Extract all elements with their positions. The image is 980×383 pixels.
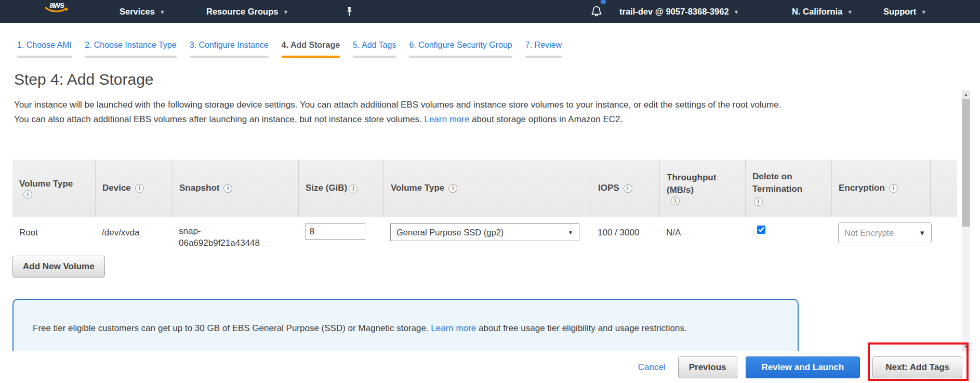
info-icon[interactable]: i <box>754 197 763 206</box>
chevron-down-icon: ▼ <box>160 8 165 15</box>
volume-type-select[interactable]: General Purpose SSD (gp2) ▼ <box>390 223 579 241</box>
column-header-delete-on-termination: Delete on Terminationi <box>745 160 831 217</box>
tab-configure-security-group[interactable]: 6. Configure Security Group <box>406 41 514 58</box>
support-label: Support <box>883 7 916 17</box>
info-icon[interactable]: i <box>448 184 457 193</box>
volume-type-selected-option: General Purpose SSD (gp2) <box>396 228 504 237</box>
free-tier-text: about free usage tier eligibility and us… <box>479 323 687 333</box>
cell-size <box>298 223 383 254</box>
column-header-volume-type: Volume Typei <box>12 160 95 217</box>
next-add-tags-button[interactable]: Next: Add Tags <box>872 356 962 378</box>
account-menu[interactable]: trail-dev @ 9057-8368-3962 ▼ <box>619 0 739 23</box>
select-caret-icon: ▼ <box>568 230 573 235</box>
bell-icon <box>590 5 603 18</box>
resource-groups-menu[interactable]: Resource Groups ▼ <box>206 0 288 23</box>
column-header-size: Size (GiB)i <box>298 160 383 217</box>
region-menu[interactable]: N. California ▼ <box>792 0 853 23</box>
column-header-spacer <box>930 160 957 217</box>
scroll-up-icon[interactable]: ▲ <box>962 90 970 99</box>
column-header-snapshot: Snapshoti <box>172 160 298 217</box>
column-header-iops: IOPSi <box>591 160 659 217</box>
column-header-device: Devicei <box>95 160 172 217</box>
tab-underline <box>17 56 72 58</box>
notification-dot <box>601 0 606 4</box>
encryption-selected-option: Not Encrypte <box>844 228 894 238</box>
cell-encryption: Not Encrypte ▼ <box>831 223 930 254</box>
cancel-link[interactable]: Cancel <box>638 362 666 373</box>
tab-underline-active <box>282 56 340 58</box>
services-label: Services <box>120 7 155 17</box>
add-new-volume-button[interactable]: Add New Volume <box>12 256 105 278</box>
volume-row: Root /dev/xvda snap-06a692b9f21a43448 Ge… <box>12 217 957 254</box>
cell-volume-type: Root <box>12 223 95 254</box>
tab-add-storage[interactable]: 4. Add Storage <box>279 41 342 58</box>
account-label: trail-dev @ 9057-8368-3962 <box>619 7 729 17</box>
info-icon[interactable]: i <box>23 190 32 199</box>
free-tier-text: Free tier eligible customers can get up … <box>33 323 429 333</box>
chevron-down-icon: ▼ <box>921 8 926 15</box>
column-header-throughput: Throughput (MB/s)i <box>659 160 745 217</box>
top-navbar: aws Services ▼ Resource Groups ▼ trail-d… <box>0 0 980 23</box>
tab-underline <box>525 56 562 58</box>
review-and-launch-button[interactable]: Review and Launch <box>746 356 860 378</box>
chevron-down-icon: ▼ <box>283 8 288 15</box>
scrollbar-thumb[interactable] <box>962 99 970 227</box>
info-icon[interactable]: i <box>671 196 680 205</box>
wizard-steps: 1. Choose AMI 2. Choose Instance Type 3.… <box>0 23 980 58</box>
vertical-scrollbar[interactable]: ▲ ▼ <box>962 90 970 351</box>
learn-more-link[interactable]: Learn more <box>424 114 469 124</box>
aws-smile-icon <box>45 7 69 14</box>
previous-button[interactable]: Previous <box>678 356 737 378</box>
cell-device: /dev/xvda <box>95 223 172 254</box>
tab-configure-instance[interactable]: 3. Configure Instance <box>187 41 271 58</box>
delete-on-termination-checkbox[interactable] <box>757 226 765 234</box>
cell-delete-on-termination <box>745 223 831 254</box>
aws-logo[interactable]: aws <box>45 0 69 23</box>
chevron-down-icon: ▼ <box>734 8 739 15</box>
page-description: Your instance will be launched with the … <box>14 98 793 127</box>
storage-table: Volume Typei Devicei Snapshoti Size (GiB… <box>12 160 957 254</box>
tab-add-tags[interactable]: 5. Add Tags <box>350 41 399 58</box>
description-text: about storage options in Amazon EC2. <box>472 114 623 124</box>
info-icon[interactable]: i <box>889 184 898 193</box>
wizard-footer: Cancel Previous Review and Launch Next: … <box>0 351 980 383</box>
region-label: N. California <box>792 7 842 17</box>
services-menu[interactable]: Services ▼ <box>120 0 165 23</box>
tab-choose-instance-type[interactable]: 2. Choose Instance Type <box>82 41 179 58</box>
table-header-row: Volume Typei Devicei Snapshoti Size (GiB… <box>12 160 957 217</box>
cell-throughput: N/A <box>659 223 745 254</box>
tab-underline <box>353 56 396 58</box>
info-icon[interactable]: i <box>349 184 357 193</box>
info-icon[interactable]: i <box>624 184 632 193</box>
cell-volume-type-select: General Purpose SSD (gp2) ▼ <box>383 223 591 254</box>
tab-underline <box>409 56 512 58</box>
info-icon[interactable]: i <box>223 184 232 193</box>
page-title: Step 4: Add Storage <box>14 71 154 88</box>
tab-choose-ami[interactable]: 1. Choose AMI <box>15 41 74 58</box>
notifications-bell[interactable] <box>590 0 603 23</box>
tab-review[interactable]: 7. Review <box>523 41 564 58</box>
cell-iops: 100 / 3000 <box>591 223 659 254</box>
select-caret-icon: ▼ <box>919 229 925 237</box>
chevron-down-icon: ▼ <box>847 8 853 15</box>
size-input[interactable] <box>305 223 365 240</box>
column-header-encryption: Encryptioni <box>831 160 930 217</box>
description-text: Your instance will be launched with the … <box>14 100 781 124</box>
scroll-down-icon[interactable]: ▼ <box>962 342 970 351</box>
cell-snapshot: snap-06a692b9f21a43448 <box>172 223 298 254</box>
encryption-select[interactable]: Not Encrypte ▼ <box>838 222 932 243</box>
resource-groups-label: Resource Groups <box>206 7 278 17</box>
tab-underline <box>190 56 269 58</box>
free-tier-learn-more-link[interactable]: Learn more <box>431 323 476 333</box>
support-menu[interactable]: Support ▼ <box>883 0 926 23</box>
column-header-volume-type-select: Volume Typei <box>383 160 591 217</box>
pushpin-icon[interactable] <box>345 0 353 23</box>
info-icon[interactable]: i <box>135 184 144 193</box>
tab-underline <box>85 56 177 58</box>
